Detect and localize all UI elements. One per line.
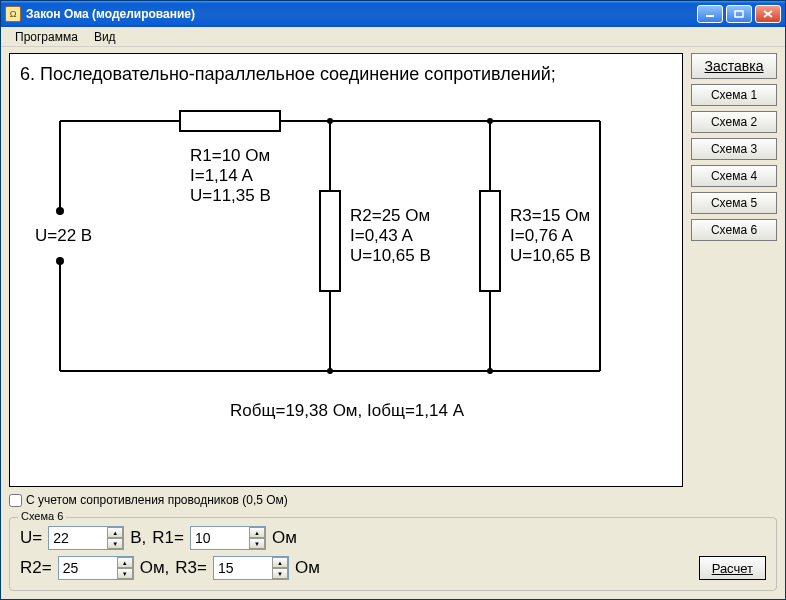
r2-label: R2= bbox=[20, 558, 52, 578]
scheme-1-button[interactable]: Схема 1 bbox=[691, 84, 777, 106]
label-r3-3: U=10,65 В bbox=[510, 246, 591, 265]
r1-input[interactable] bbox=[191, 527, 249, 549]
window-title: Закон Ома (моделирование) bbox=[26, 7, 697, 21]
r2-spin-up[interactable]: ▲ bbox=[117, 557, 133, 568]
calculate-button[interactable]: Расчет bbox=[699, 556, 766, 580]
circuit-title: 6. Последовательно-параллельное соединен… bbox=[20, 64, 672, 85]
label-r1-1: R1=10 Ом bbox=[190, 146, 270, 165]
circuit-diagram: U=22 В R1=10 Ом I=1,14 A U=11,35 В R2=25… bbox=[20, 91, 640, 431]
svg-point-8 bbox=[56, 207, 64, 215]
r2-spin-down[interactable]: ▼ bbox=[117, 568, 133, 579]
svg-rect-16 bbox=[480, 191, 500, 291]
label-r2-3: U=10,65 В bbox=[350, 246, 431, 265]
inputs-group-legend: Схема 6 bbox=[18, 510, 66, 522]
app-window: Ω Закон Ома (моделирование) Программа Ви… bbox=[0, 0, 786, 600]
u-label: U= bbox=[20, 528, 42, 548]
r2-spinner: ▲ ▼ bbox=[58, 556, 134, 580]
menubar: Программа Вид bbox=[1, 27, 785, 47]
r1-spinner: ▲ ▼ bbox=[190, 526, 266, 550]
menu-program[interactable]: Программа bbox=[7, 28, 86, 46]
app-icon: Ω bbox=[5, 6, 21, 22]
r3-label: R3= bbox=[175, 558, 207, 578]
r3-input[interactable] bbox=[214, 557, 272, 579]
r1-unit: Ом bbox=[272, 528, 297, 548]
label-r2-1: R2=25 Ом bbox=[350, 206, 430, 225]
label-totals: Rобщ=19,38 Ом, Iобщ=1,14 А bbox=[230, 401, 465, 420]
svg-rect-1 bbox=[735, 11, 743, 17]
svg-point-19 bbox=[327, 118, 333, 124]
wire-resistance-checkbox[interactable] bbox=[9, 494, 22, 507]
r1-spin-up[interactable]: ▲ bbox=[249, 527, 265, 538]
svg-point-21 bbox=[327, 368, 333, 374]
label-r1-2: I=1,14 A bbox=[190, 166, 254, 185]
u-spin-down[interactable]: ▼ bbox=[107, 538, 123, 549]
u-input[interactable] bbox=[49, 527, 107, 549]
r2-input[interactable] bbox=[59, 557, 117, 579]
r3-unit: Ом bbox=[295, 558, 320, 578]
u-spinner: ▲ ▼ bbox=[48, 526, 124, 550]
r1-label: R1= bbox=[152, 528, 184, 548]
client-area: 6. Последовательно-параллельное соединен… bbox=[1, 47, 785, 599]
r1-spin-down[interactable]: ▼ bbox=[249, 538, 265, 549]
r3-spinner: ▲ ▼ bbox=[213, 556, 289, 580]
svg-rect-13 bbox=[320, 191, 340, 291]
scheme-3-button[interactable]: Схема 3 bbox=[691, 138, 777, 160]
inputs-group: Схема 6 U= ▲ ▼ В, R1= bbox=[9, 517, 777, 591]
svg-rect-5 bbox=[180, 111, 280, 131]
r3-spin-down[interactable]: ▼ bbox=[272, 568, 288, 579]
label-usrc: U=22 В bbox=[35, 226, 92, 245]
menu-view[interactable]: Вид bbox=[86, 28, 124, 46]
minimize-button[interactable] bbox=[697, 5, 723, 23]
scheme-5-button[interactable]: Схема 5 bbox=[691, 192, 777, 214]
scheme-6-button[interactable]: Схема 6 bbox=[691, 219, 777, 241]
scheme-4-button[interactable]: Схема 4 bbox=[691, 165, 777, 187]
close-button[interactable] bbox=[755, 5, 781, 23]
label-r2-2: I=0,43 A bbox=[350, 226, 414, 245]
titlebar: Ω Закон Ома (моделирование) bbox=[1, 1, 785, 27]
sidebar: Заставка Схема 1 Схема 2 Схема 3 Схема 4… bbox=[691, 53, 777, 487]
wire-resistance-label: С учетом сопротивления проводников (0,5 … bbox=[26, 493, 288, 507]
svg-point-20 bbox=[487, 118, 493, 124]
wire-resistance-row: С учетом сопротивления проводников (0,5 … bbox=[9, 491, 777, 509]
circuit-panel: 6. Последовательно-параллельное соединен… bbox=[9, 53, 683, 487]
r3-spin-up[interactable]: ▲ bbox=[272, 557, 288, 568]
r2-unit: Ом, bbox=[140, 558, 170, 578]
label-r3-1: R3=15 Ом bbox=[510, 206, 590, 225]
u-unit: В, bbox=[130, 528, 146, 548]
svg-point-22 bbox=[487, 368, 493, 374]
u-spin-up[interactable]: ▲ bbox=[107, 527, 123, 538]
label-r3-2: I=0,76 A bbox=[510, 226, 574, 245]
splash-button[interactable]: Заставка bbox=[691, 53, 777, 79]
maximize-button[interactable] bbox=[726, 5, 752, 23]
scheme-2-button[interactable]: Схема 2 bbox=[691, 111, 777, 133]
label-r1-3: U=11,35 В bbox=[190, 186, 271, 205]
